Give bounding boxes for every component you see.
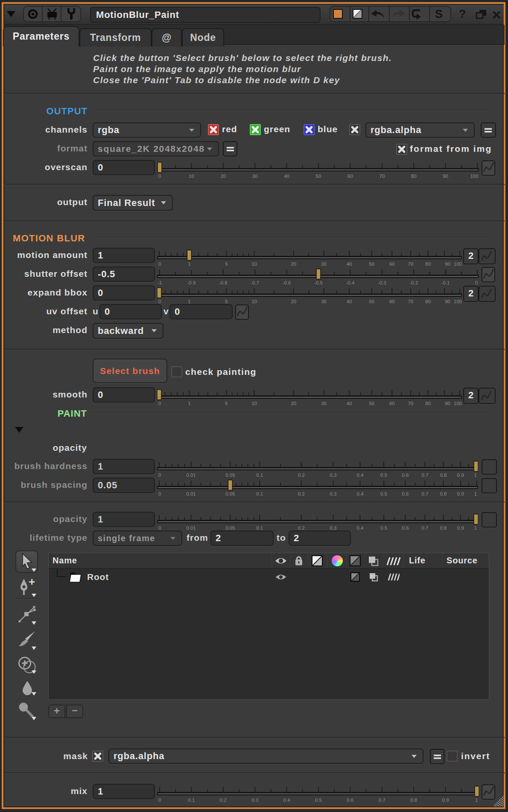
svg-text:-0.1: -0.1 bbox=[441, 280, 450, 285]
svg-text:-0.3: -0.3 bbox=[378, 280, 386, 285]
svg-text:0.8: 0.8 bbox=[440, 525, 447, 531]
svg-text:0.4: 0.4 bbox=[357, 525, 364, 531]
svg-text:0.05: 0.05 bbox=[225, 491, 235, 496]
svg-text:0.5: 0.5 bbox=[380, 525, 387, 531]
svg-text:90: 90 bbox=[445, 401, 450, 406]
svg-text:0.6: 0.6 bbox=[402, 525, 409, 531]
svg-text:0.9: 0.9 bbox=[457, 525, 464, 531]
svg-text:50: 50 bbox=[369, 401, 374, 406]
svg-text:0: 0 bbox=[158, 491, 161, 496]
svg-text:0.01: 0.01 bbox=[186, 473, 196, 478]
svg-text:0.7: 0.7 bbox=[422, 473, 429, 478]
svg-text:50: 50 bbox=[369, 299, 374, 304]
svg-text:0.4: 0.4 bbox=[283, 798, 291, 803]
svg-text:0: 0 bbox=[158, 299, 161, 304]
svg-text:60: 60 bbox=[347, 174, 353, 179]
svg-text:40: 40 bbox=[347, 261, 352, 267]
svg-text:0.8: 0.8 bbox=[440, 473, 447, 478]
svg-text:0: 0 bbox=[158, 473, 161, 478]
svg-text:0.05: 0.05 bbox=[225, 473, 235, 478]
svg-text:10: 10 bbox=[251, 401, 257, 406]
svg-text:0.3: 0.3 bbox=[330, 473, 337, 478]
svg-text:40: 40 bbox=[284, 174, 289, 179]
svg-text:90: 90 bbox=[445, 299, 450, 304]
svg-text:30: 30 bbox=[252, 174, 258, 179]
svg-text:40: 40 bbox=[347, 401, 352, 406]
svg-text:0.4: 0.4 bbox=[357, 473, 364, 478]
svg-text:0: 0 bbox=[158, 174, 161, 179]
svg-text:60: 60 bbox=[389, 261, 395, 267]
svg-text:1: 1 bbox=[188, 401, 190, 406]
svg-text:-0.4: -0.4 bbox=[346, 280, 354, 285]
svg-text:0.01: 0.01 bbox=[186, 491, 196, 496]
svg-text:1: 1 bbox=[188, 261, 190, 267]
svg-text:20: 20 bbox=[291, 261, 296, 267]
svg-text:0.2: 0.2 bbox=[220, 798, 227, 803]
svg-text:0: 0 bbox=[158, 525, 161, 531]
svg-text:0.4: 0.4 bbox=[357, 491, 364, 496]
svg-text:1: 1 bbox=[188, 299, 190, 304]
svg-text:0.1: 0.1 bbox=[256, 473, 263, 478]
svg-text:0: 0 bbox=[475, 280, 478, 285]
svg-text:100: 100 bbox=[470, 174, 478, 179]
svg-text:0.1: 0.1 bbox=[256, 491, 263, 496]
svg-text:0.3: 0.3 bbox=[330, 525, 337, 531]
svg-text:-0.7: -0.7 bbox=[251, 280, 259, 285]
svg-text:0.7: 0.7 bbox=[422, 525, 429, 531]
svg-text:0.01: 0.01 bbox=[186, 525, 196, 531]
svg-text:10: 10 bbox=[189, 174, 194, 179]
svg-text:0.9: 0.9 bbox=[442, 798, 449, 803]
svg-text:20: 20 bbox=[291, 401, 296, 406]
svg-text:60: 60 bbox=[389, 401, 395, 406]
svg-text:0.8: 0.8 bbox=[440, 491, 447, 496]
svg-text:-0.8: -0.8 bbox=[219, 280, 228, 285]
svg-text:0: 0 bbox=[158, 401, 161, 406]
svg-text:40: 40 bbox=[347, 299, 352, 304]
svg-text:0.6: 0.6 bbox=[402, 473, 409, 478]
svg-text:0.2: 0.2 bbox=[298, 525, 305, 531]
svg-text:1: 1 bbox=[474, 473, 477, 478]
svg-text:5: 5 bbox=[225, 299, 228, 304]
svg-text:80: 80 bbox=[425, 261, 431, 267]
svg-text:5: 5 bbox=[225, 401, 228, 406]
svg-text:0.1: 0.1 bbox=[256, 525, 263, 531]
svg-text:0.1: 0.1 bbox=[188, 798, 195, 803]
svg-text:-0.2: -0.2 bbox=[409, 280, 418, 285]
svg-text:5: 5 bbox=[225, 261, 228, 267]
svg-text:0.2: 0.2 bbox=[298, 491, 305, 496]
svg-text:10: 10 bbox=[251, 299, 257, 304]
svg-text:0.6: 0.6 bbox=[347, 798, 353, 803]
svg-text:0.5: 0.5 bbox=[380, 473, 387, 478]
svg-text:0.05: 0.05 bbox=[225, 525, 235, 531]
svg-text:80: 80 bbox=[425, 299, 431, 304]
svg-text:100: 100 bbox=[454, 299, 462, 304]
svg-text:30: 30 bbox=[321, 401, 327, 406]
svg-text:20: 20 bbox=[220, 174, 226, 179]
svg-text:1: 1 bbox=[474, 525, 477, 531]
svg-text:0: 0 bbox=[158, 261, 161, 267]
svg-text:0.8: 0.8 bbox=[410, 798, 417, 803]
svg-text:-0.6: -0.6 bbox=[283, 280, 291, 285]
svg-text:70: 70 bbox=[408, 401, 414, 406]
svg-text:1: 1 bbox=[475, 798, 478, 803]
svg-text:90: 90 bbox=[445, 261, 450, 267]
svg-text:30: 30 bbox=[321, 299, 327, 304]
svg-text:70: 70 bbox=[379, 174, 385, 179]
svg-text:-0.9: -0.9 bbox=[187, 280, 196, 285]
svg-text:0.5: 0.5 bbox=[315, 798, 322, 803]
svg-text:0: 0 bbox=[158, 798, 161, 803]
svg-text:80: 80 bbox=[411, 174, 417, 179]
svg-text:0.9: 0.9 bbox=[457, 473, 464, 478]
svg-text:50: 50 bbox=[369, 261, 374, 267]
svg-text:0.9: 0.9 bbox=[457, 491, 464, 496]
svg-text:0.3: 0.3 bbox=[251, 798, 258, 803]
svg-text:80: 80 bbox=[425, 401, 431, 406]
svg-text:60: 60 bbox=[389, 299, 395, 304]
svg-text:0.3: 0.3 bbox=[330, 491, 337, 496]
svg-text:0.7: 0.7 bbox=[379, 798, 385, 803]
svg-text:0.2: 0.2 bbox=[298, 473, 305, 478]
svg-text:100: 100 bbox=[454, 261, 462, 267]
svg-text:100: 100 bbox=[454, 401, 462, 406]
svg-text:50: 50 bbox=[316, 174, 321, 179]
svg-text:1: 1 bbox=[474, 491, 477, 496]
